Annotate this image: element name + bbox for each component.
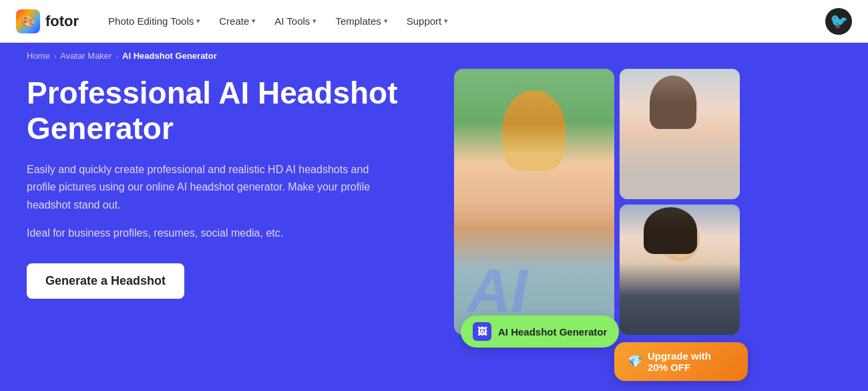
main-nav: Photo Editing Tools ▾ Create ▾ AI Tools … <box>100 10 804 32</box>
person-image-woman-white <box>620 69 740 199</box>
avatar[interactable]: 🐦 <box>825 8 852 35</box>
chevron-down-icon: ▾ <box>444 17 448 25</box>
nav-create-label: Create <box>219 15 249 27</box>
hero-description: Easily and quickly create professional a… <box>27 161 374 214</box>
image-grid <box>454 69 748 330</box>
hero-images: AI 🖼 AI Headshot Generator 💎 Upgrade wit… <box>441 69 748 388</box>
nav-templates[interactable]: Templates ▾ <box>327 10 395 32</box>
ai-badge-icon: 🖼 <box>473 322 491 341</box>
hero-title: Professional AI Headshot Generator <box>27 76 414 146</box>
upgrade-line2: 20% OFF <box>648 362 711 373</box>
chevron-down-icon: ▾ <box>384 17 388 25</box>
upgrade-text: Upgrade with 20% OFF <box>648 350 711 373</box>
ai-headshot-badge: 🖼 AI Headshot Generator <box>461 315 619 348</box>
hero-image-main <box>454 69 614 335</box>
breadcrumb: Home › Avatar Maker › AI Headshot Genera… <box>0 43 868 69</box>
ai-badge-label: AI Headshot Generator <box>498 326 607 338</box>
nav-support-label: Support <box>407 15 442 27</box>
hero-ideal-text: Ideal for business profiles, resumes, so… <box>27 225 414 242</box>
nav-photo-editing-tools-label: Photo Editing Tools <box>108 15 194 27</box>
person-image-woman-blonde <box>454 69 614 335</box>
person-image-man-beard <box>620 205 740 335</box>
breadcrumb-home[interactable]: Home <box>27 51 50 61</box>
diamond-icon: 💎 <box>628 354 642 369</box>
breadcrumb-separator: › <box>54 52 57 60</box>
breadcrumb-avatar-maker[interactable]: Avatar Maker <box>60 51 112 61</box>
nav-templates-label: Templates <box>335 15 381 27</box>
header: 🎨 fotor Photo Editing Tools ▾ Create ▾ A… <box>0 0 868 43</box>
chevron-down-icon: ▾ <box>312 17 316 25</box>
breadcrumb-separator: › <box>116 52 118 60</box>
main-content: Professional AI Headshot Generator Easil… <box>0 69 868 388</box>
nav-ai-tools-label: AI Tools <box>274 15 310 27</box>
generate-headshot-button[interactable]: Generate a Headshot <box>27 263 184 299</box>
breadcrumb-current: AI Headshot Generator <box>122 51 217 61</box>
upgrade-badge[interactable]: 💎 Upgrade with 20% OFF <box>614 342 748 381</box>
nav-create[interactable]: Create ▾ <box>211 10 264 32</box>
header-right: 🐦 <box>825 8 852 35</box>
logo[interactable]: 🎨 fotor <box>16 9 79 33</box>
hero-image-bottom-right <box>620 205 740 335</box>
chevron-down-icon: ▾ <box>196 17 200 25</box>
nav-ai-tools[interactable]: AI Tools ▾ <box>266 10 324 32</box>
logo-icon: 🎨 <box>16 9 40 33</box>
hero-section: Professional AI Headshot Generator Easil… <box>27 69 414 299</box>
nav-support[interactable]: Support ▾ <box>399 10 457 32</box>
nav-photo-editing-tools[interactable]: Photo Editing Tools ▾ <box>100 10 208 32</box>
hero-image-top-right <box>620 69 740 199</box>
logo-text: fotor <box>45 13 79 30</box>
upgrade-line1: Upgrade with <box>648 350 711 362</box>
chevron-down-icon: ▾ <box>252 17 256 25</box>
